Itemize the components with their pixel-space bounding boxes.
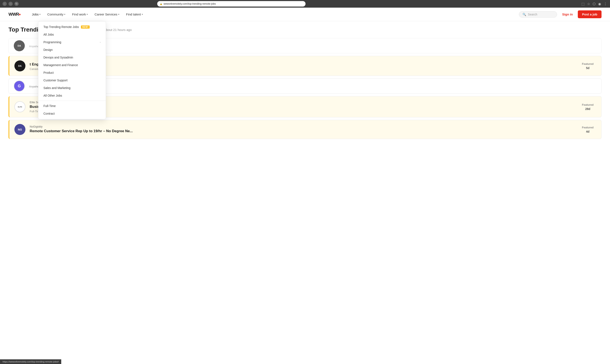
job-right: Featured 28d xyxy=(579,103,596,111)
nav-find-talent[interactable]: Find talent ▾ xyxy=(123,11,146,18)
job-info: NoGigiddy Remote Customer Service Rep Up… xyxy=(30,125,575,134)
company-logo: NG xyxy=(14,124,26,135)
company-logo: G xyxy=(14,80,25,91)
secure-icon: 🔒 xyxy=(160,3,162,5)
logo-text: WWR xyxy=(9,12,19,17)
back-button[interactable]: ← xyxy=(2,2,7,6)
nav-jobs[interactable]: Jobs ▾ xyxy=(29,11,44,18)
job-right: Featured 4d xyxy=(579,126,596,133)
url-text: weworkremotely.com/top-trending-remote-j… xyxy=(164,2,216,5)
find-talent-chevron-icon: ▾ xyxy=(142,13,143,15)
dropdown-all-other-label: All Other Jobs xyxy=(43,94,62,97)
new-badge: NEW! xyxy=(81,26,90,29)
job-meta: Canada Only xyxy=(30,67,575,71)
post-job-button[interactable]: Post a job xyxy=(578,10,601,18)
dropdown-top-trending-label: Top Trending Remote Jobs xyxy=(43,25,79,29)
job-company: NoGigiddy xyxy=(30,125,575,128)
nav-community[interactable]: Community ▾ xyxy=(44,11,68,18)
find-work-chevron-icon: ▾ xyxy=(87,13,88,15)
dropdown-customer-support-label: Customer Support xyxy=(43,78,68,82)
dropdown-item-all-other[interactable]: All Other Jobs xyxy=(38,92,106,99)
refresh-button[interactable]: ↻ xyxy=(14,2,19,6)
dropdown-full-time-label: Full-Time xyxy=(43,104,56,108)
dropdown-programming-label: Programming xyxy=(43,40,61,44)
menu-icon[interactable]: ⋮ xyxy=(603,1,608,6)
jobs-chevron-icon: ▾ xyxy=(39,13,40,15)
dropdown-item-product[interactable]: Product xyxy=(38,69,106,77)
job-age: 5d xyxy=(586,66,589,70)
job-company: Elite Software Automation xyxy=(30,101,575,104)
dropdown-divider xyxy=(38,101,106,101)
extensions-icon[interactable]: ⬡ xyxy=(592,1,596,6)
search-icon: 🔍 xyxy=(522,13,526,16)
profile-icon[interactable]: ◉ xyxy=(598,1,601,6)
job-title: Remote Customer Service Rep Up to 19/hr … xyxy=(30,129,575,133)
logo[interactable]: WWR• xyxy=(9,12,21,17)
dropdown-design-label: Design xyxy=(43,48,53,52)
forward-button[interactable]: → xyxy=(9,2,13,6)
dropdown-item-top-trending[interactable]: Top Trending Remote Jobs NEW! xyxy=(38,23,106,31)
dropdown-item-all-jobs[interactable]: All Jobs xyxy=(38,31,106,38)
featured-label: Featured xyxy=(582,103,594,106)
jobs-dropdown: Top Trending Remote Jobs NEW! All Jobs P… xyxy=(38,21,106,119)
job-meta: Full-Time/Anywhere in the World xyxy=(30,110,575,113)
nav-find-work-label: Find work xyxy=(72,13,86,16)
dropdown-management-label: Management and Finance xyxy=(43,63,78,67)
cast-icon[interactable]: ⬚ xyxy=(581,1,585,6)
company-logo: DA xyxy=(14,60,26,71)
main-nav: Jobs ▾ Community ▾ Find work ▾ Career Se… xyxy=(29,11,519,18)
address-bar[interactable]: 🔒 weworkremotely.com/top-trending-remote… xyxy=(157,1,306,7)
nav-career-services[interactable]: Career Services ▾ xyxy=(91,11,122,18)
company-logo: ELITE xyxy=(14,101,26,112)
job-meta: Anywhere in the World xyxy=(29,85,596,88)
nav-jobs-label: Jobs xyxy=(32,13,39,16)
job-age: 4d xyxy=(586,130,589,133)
bookmark-icon[interactable]: ☆ xyxy=(587,1,591,6)
job-title: Business Analyst xyxy=(30,105,575,109)
header-right: 🔍 Search Sign in Post a job xyxy=(519,10,601,18)
dropdown-item-customer-support[interactable]: Customer Support xyxy=(38,77,106,84)
dropdown-item-sales-marketing[interactable]: Sales and Marketing xyxy=(38,84,106,92)
job-info: Anywhere in the World xyxy=(29,84,596,88)
dropdown-contract-label: Contract xyxy=(43,112,55,115)
dropdown-item-devops[interactable]: Devops and Sysadmin xyxy=(38,54,106,61)
nav-find-work[interactable]: Find work ▾ xyxy=(69,11,91,18)
browser-chrome: ← → ↻ 🔒 weworkremotely.com/top-trending-… xyxy=(0,0,610,8)
job-card-nogigiddy[interactable]: NG NoGigiddy Remote Customer Service Rep… xyxy=(9,120,601,139)
community-chevron-icon: ▾ xyxy=(64,13,65,15)
sign-in-button[interactable]: Sign in xyxy=(559,11,575,18)
job-title: t Engineering & Evaluation – Will Train xyxy=(30,62,575,66)
featured-label: Featured xyxy=(582,62,594,65)
nav-find-talent-label: Find talent xyxy=(126,13,141,16)
dropdown-item-contract[interactable]: Contract xyxy=(38,110,106,117)
company-logo: DA xyxy=(14,40,25,51)
dropdown-sales-marketing-label: Sales and Marketing xyxy=(43,86,71,90)
job-info: t Engineering & Evaluation – Will Train … xyxy=(30,62,575,71)
site-header: WWR• Jobs ▾ Community ▾ Find work ▾ Care… xyxy=(0,8,610,21)
dropdown-item-programming[interactable]: Programming › xyxy=(38,38,106,46)
job-info: Elite Software Automation Business Analy… xyxy=(30,101,575,113)
search-placeholder: Search xyxy=(528,13,537,16)
job-right: Featured 5d xyxy=(579,62,596,70)
job-meta: Anywhere in the World xyxy=(29,45,596,48)
dropdown-item-management[interactable]: Management and Finance xyxy=(38,61,106,69)
dropdown-item-design[interactable]: Design xyxy=(38,46,106,54)
career-services-chevron-icon: ▾ xyxy=(118,13,119,15)
dropdown-item-full-time[interactable]: Full-Time xyxy=(38,102,106,110)
nav-community-label: Community xyxy=(47,13,63,16)
logo-dot: • xyxy=(19,12,20,17)
featured-label: Featured xyxy=(582,126,594,129)
nav-career-services-label: Career Services xyxy=(94,13,117,16)
job-info: Anywhere in the World xyxy=(29,44,596,48)
dropdown-product-label: Product xyxy=(43,71,54,74)
job-age: 28d xyxy=(585,107,590,111)
dropdown-all-jobs-label: All Jobs xyxy=(43,33,54,36)
dropdown-devops-label: Devops and Sysadmin xyxy=(43,56,73,59)
browser-icons: ⬚ ☆ ⬡ ◉ ⋮ xyxy=(581,1,608,6)
programming-chevron-icon: › xyxy=(100,41,101,43)
search-bar[interactable]: 🔍 Search xyxy=(519,11,557,18)
